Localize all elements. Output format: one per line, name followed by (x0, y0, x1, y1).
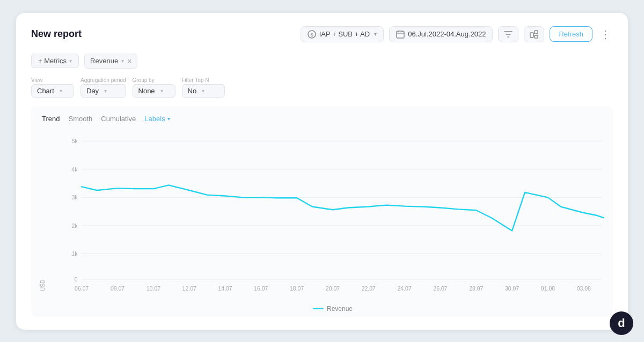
svg-text:18.07: 18.07 (290, 285, 304, 292)
svg-text:01.08: 01.08 (541, 285, 555, 292)
view-select[interactable]: Chart ▾ (31, 84, 74, 98)
svg-text:2k: 2k (71, 222, 78, 228)
share-icon (530, 30, 538, 39)
revenue-tag: Revenue ▾ × (84, 54, 137, 69)
svg-rect-8 (535, 35, 538, 38)
revenue-tag-label: Revenue (90, 57, 118, 65)
revenue-tag-chevron[interactable]: ▾ (121, 58, 124, 64)
product-icon: $ (308, 30, 316, 39)
report-card: New report $ IAP + SUB + AD ▾ 06.Ju (16, 13, 628, 330)
filter-top-label: Filter Top N (182, 77, 225, 83)
aggregation-value: Day (86, 87, 99, 95)
svg-text:28.07: 28.07 (469, 285, 483, 292)
view-label: View (31, 77, 74, 83)
product-filter[interactable]: $ IAP + SUB + AD ▾ (301, 26, 384, 42)
view-chevron: ▾ (60, 88, 62, 94)
svg-rect-2 (397, 31, 404, 38)
brand-logo: d (610, 311, 633, 335)
revenue-tag-close[interactable]: × (127, 57, 131, 65)
svg-text:3k: 3k (71, 194, 78, 200)
group-by-label: Group by (133, 77, 175, 83)
svg-text:10.07: 10.07 (147, 285, 160, 292)
tab-smooth[interactable]: Smooth (68, 115, 92, 123)
chart-legend: Revenue (61, 305, 604, 313)
aggregation-select[interactable]: Day ▾ (80, 84, 126, 98)
share-button[interactable] (524, 26, 544, 42)
svg-text:06.07: 06.07 (75, 285, 89, 292)
svg-text:24.07: 24.07 (398, 285, 412, 292)
svg-text:08.07: 08.07 (111, 285, 125, 292)
filter-button[interactable] (498, 26, 518, 42)
chart-section: Trend Smooth Cumulative Labels ▾ USD 5k (31, 106, 613, 317)
product-filter-label: IAP + SUB + AD (319, 30, 370, 38)
svg-text:26.07: 26.07 (433, 285, 447, 292)
legend-label: Revenue (327, 305, 353, 313)
group-by-select[interactable]: None ▾ (133, 84, 175, 98)
controls-row: View Chart ▾ Aggregation period Day ▾ Gr… (31, 77, 613, 98)
metrics-toolbar: + Metrics ▾ Revenue ▾ × (31, 54, 613, 69)
filter-top-select[interactable]: No ▾ (182, 84, 225, 98)
svg-text:30.07: 30.07 (505, 285, 519, 292)
svg-text:20.07: 20.07 (326, 285, 340, 292)
aggregation-control: Aggregation period Day ▾ (80, 77, 126, 98)
group-by-value: None (138, 87, 155, 95)
revenue-chart: 5k 4k 3k 2k 1k 0 06.07 08.07 10.07 12.07… (61, 127, 604, 299)
svg-text:0: 0 (75, 276, 78, 282)
svg-rect-7 (535, 31, 538, 34)
filter-top-value: No (188, 87, 197, 95)
date-range-label: 06.Jul.2022-04.Aug.2022 (408, 30, 486, 38)
labels-chevron: ▾ (167, 116, 170, 122)
tab-cumulative[interactable]: Cumulative (101, 115, 136, 123)
aggregation-label: Aggregation period (80, 77, 126, 83)
refresh-button[interactable]: Refresh (550, 26, 592, 42)
header-actions: $ IAP + SUB + AD ▾ 06.Jul.2022-04.Aug.20… (301, 26, 613, 43)
report-title: New report (31, 28, 82, 40)
svg-text:4k: 4k (71, 166, 78, 172)
calendar-icon (396, 30, 405, 39)
filter-icon (504, 30, 513, 39)
chart-wrapper: USD 5k 4k 3k 2k 1k 0 06.07 (40, 127, 604, 313)
labels-label: Labels (144, 115, 165, 123)
group-by-control: Group by None ▾ (133, 77, 175, 98)
metrics-chevron: ▾ (69, 58, 72, 64)
labels-button[interactable]: Labels ▾ (144, 115, 170, 123)
tab-trend[interactable]: Trend (42, 115, 60, 123)
filter-top-chevron: ▾ (202, 88, 204, 94)
view-control: View Chart ▾ (31, 77, 74, 98)
chart-tabs: Trend Smooth Cumulative Labels ▾ (40, 115, 604, 123)
more-options-button[interactable]: ⋮ (598, 26, 613, 43)
svg-rect-6 (530, 33, 533, 38)
product-filter-chevron: ▾ (374, 31, 377, 37)
y-axis-unit: USD (40, 270, 46, 291)
report-header: New report $ IAP + SUB + AD ▾ 06.Ju (31, 26, 613, 43)
svg-text:1k: 1k (71, 250, 78, 257)
aggregation-chevron: ▾ (104, 88, 107, 94)
svg-text:$: $ (310, 32, 313, 38)
view-value: Chart (37, 87, 54, 95)
svg-text:03.08: 03.08 (577, 285, 591, 292)
svg-text:12.07: 12.07 (182, 285, 196, 292)
revenue-line (82, 185, 604, 231)
group-by-chevron: ▾ (160, 88, 163, 94)
brand-letter: d (618, 316, 625, 330)
svg-text:5k: 5k (71, 138, 78, 144)
legend-line (313, 308, 324, 309)
svg-text:22.07: 22.07 (362, 285, 376, 292)
date-range-picker[interactable]: 06.Jul.2022-04.Aug.2022 (389, 26, 493, 42)
add-metrics-button[interactable]: + Metrics ▾ (31, 54, 79, 68)
svg-text:14.07: 14.07 (218, 285, 232, 292)
filter-top-control: Filter Top N No ▾ (182, 77, 225, 98)
svg-text:16.07: 16.07 (254, 285, 268, 292)
add-metrics-label: + Metrics (38, 57, 67, 65)
